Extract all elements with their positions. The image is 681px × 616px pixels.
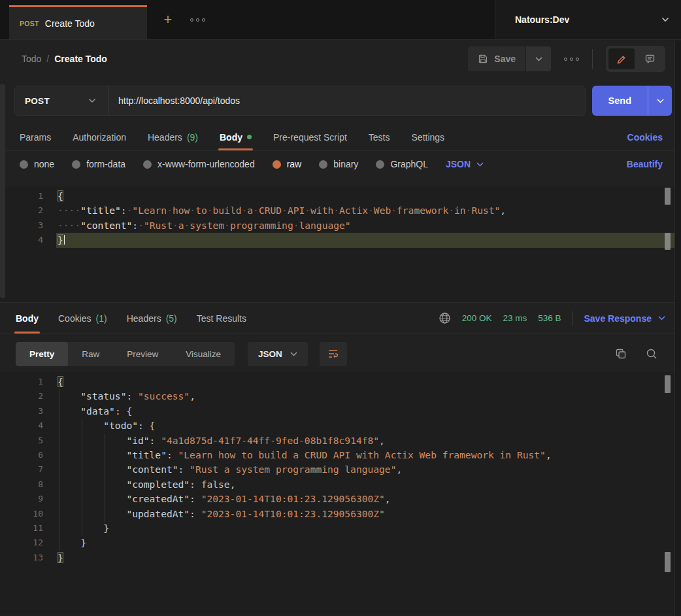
scrollbar-mark <box>665 375 671 393</box>
scrollbar-mark <box>665 188 671 205</box>
environment-selector[interactable]: Natours:Dev <box>495 0 681 39</box>
breadcrumb-current[interactable]: Create Todo <box>54 54 107 64</box>
breadcrumb-collection[interactable]: Todo <box>22 54 41 64</box>
view-pretty[interactable]: Pretty <box>16 342 68 366</box>
tab-body[interactable]: Body <box>220 124 252 150</box>
url-input[interactable]: http://localhost:8000/api/todos <box>108 95 240 106</box>
view-visualize[interactable]: Visualize <box>172 342 235 366</box>
chevron-down-icon <box>657 99 664 103</box>
radio-icon <box>376 160 384 169</box>
breadcrumb-separator: / <box>46 54 49 64</box>
response-tab-test-results[interactable]: Test Results <box>197 303 246 334</box>
edit-mode-button[interactable] <box>608 48 635 69</box>
edit-comment-toggle <box>606 46 665 72</box>
save-response-button[interactable]: Save Response <box>584 313 666 324</box>
save-options-button[interactable] <box>526 46 551 71</box>
send-button-group: Send <box>592 86 672 116</box>
tab-method-badge: POST <box>20 20 39 27</box>
comment-icon <box>644 54 656 65</box>
save-button-group: Save <box>468 46 551 71</box>
tab-title: Create Todo <box>45 18 95 29</box>
method-select[interactable]: POST <box>15 96 108 106</box>
body-type-graphql[interactable]: GraphQL <box>376 159 428 169</box>
body-type-form-data[interactable]: form-data <box>72 159 125 169</box>
radio-icon <box>319 160 327 169</box>
request-tabs: Params Authorization Headers(9) Body Pre… <box>0 124 681 151</box>
body-type-binary[interactable]: binary <box>319 159 358 169</box>
chevron-down-icon <box>661 17 669 22</box>
chevron-down-icon <box>476 162 484 167</box>
tab-settings[interactable]: Settings <box>412 124 445 150</box>
indent-guide <box>59 389 59 551</box>
response-time[interactable]: 23 ms <box>503 313 527 323</box>
left-scrollbar[interactable] <box>0 84 5 298</box>
send-button[interactable]: Send <box>592 86 648 116</box>
tab-tests[interactable]: Tests <box>369 124 390 150</box>
window-scrollbar-gutter[interactable] <box>674 41 681 616</box>
wrap-text-button[interactable] <box>320 342 347 366</box>
response-body-viewer[interactable]: 1{2 "status": "success",3 "data": {4 "to… <box>0 372 681 615</box>
indent-guide <box>82 419 82 536</box>
postman-window: POST Create Todo + Natours:Dev Todo / Cr… <box>0 0 681 616</box>
raw-format-select[interactable]: JSON <box>446 159 484 169</box>
indent-guide <box>105 434 105 522</box>
divider <box>592 49 593 69</box>
radio-icon <box>20 160 28 169</box>
body-type-urlencoded[interactable]: x-www-form-urlencoded <box>143 159 255 169</box>
radio-icon-selected <box>273 160 281 169</box>
beautify-link[interactable]: Beautify <box>627 159 663 169</box>
request-header-row: Todo / Create Todo Save <box>0 40 681 78</box>
environment-name: Natours:Dev <box>515 14 569 25</box>
floppy-icon <box>478 54 488 64</box>
chevron-down-icon <box>290 352 297 356</box>
more-actions-icon[interactable] <box>564 58 579 61</box>
copy-icon[interactable] <box>615 348 627 360</box>
wrap-text-icon <box>327 349 339 359</box>
body-type-row: none form-data x-www-form-urlencoded raw… <box>0 151 681 177</box>
search-icon[interactable] <box>646 348 657 360</box>
radio-icon <box>143 160 152 169</box>
url-bar: POST http://localhost:8000/api/todos <box>14 86 586 116</box>
body-type-none[interactable]: none <box>20 159 54 169</box>
chevron-down-icon <box>535 57 542 61</box>
scrollbar-mark <box>665 552 671 572</box>
open-request-tab[interactable]: POST Create Todo <box>9 5 147 39</box>
response-header: Body Cookies(1) Headers(5) Test Results … <box>0 303 681 334</box>
body-type-raw[interactable]: raw <box>273 159 302 169</box>
response-toolbar: Pretty Raw Preview Visualize JSON <box>0 334 681 367</box>
send-options-button[interactable] <box>648 86 672 116</box>
response-tab-headers[interactable]: Headers(5) <box>127 303 177 334</box>
request-body-editor[interactable]: 1{2····"title":·"Learn·how·to·build·a·CR… <box>0 186 681 303</box>
view-preview[interactable]: Preview <box>113 342 172 366</box>
view-raw[interactable]: Raw <box>68 342 113 366</box>
method-label: POST <box>25 96 50 106</box>
request-url-row: POST http://localhost:8000/api/todos Sen… <box>0 78 681 124</box>
response-format-select[interactable]: JSON <box>248 342 308 366</box>
tab-headers[interactable]: Headers(9) <box>148 124 198 150</box>
tab-options-icon[interactable] <box>190 0 205 39</box>
save-button[interactable]: Save <box>468 46 525 71</box>
comment-button[interactable] <box>637 48 663 69</box>
pencil-icon <box>616 54 627 65</box>
response-tab-body[interactable]: Body <box>16 303 39 334</box>
status-badge[interactable]: 200 OK <box>462 313 492 323</box>
tab-authorization[interactable]: Authorization <box>73 124 126 150</box>
response-tab-cookies[interactable]: Cookies(1) <box>58 303 107 334</box>
new-tab-button[interactable]: + <box>155 0 181 39</box>
response-size[interactable]: 536 B <box>538 313 561 323</box>
globe-icon[interactable] <box>439 312 451 324</box>
body-has-content-dot <box>247 135 252 139</box>
cookies-link[interactable]: Cookies <box>627 132 663 143</box>
chevron-down-icon <box>88 98 96 103</box>
divider <box>573 311 573 326</box>
chevron-down-icon <box>658 316 665 320</box>
scrollbar-mark <box>665 233 671 250</box>
save-button-label: Save <box>494 54 516 64</box>
radio-icon <box>72 160 80 169</box>
tab-params[interactable]: Params <box>20 124 51 150</box>
request-tab-bar: POST Create Todo + Natours:Dev <box>0 0 681 40</box>
response-view-switch: Pretty Raw Preview Visualize <box>16 342 235 366</box>
tab-pre-request-script[interactable]: Pre-request Script <box>273 124 347 150</box>
